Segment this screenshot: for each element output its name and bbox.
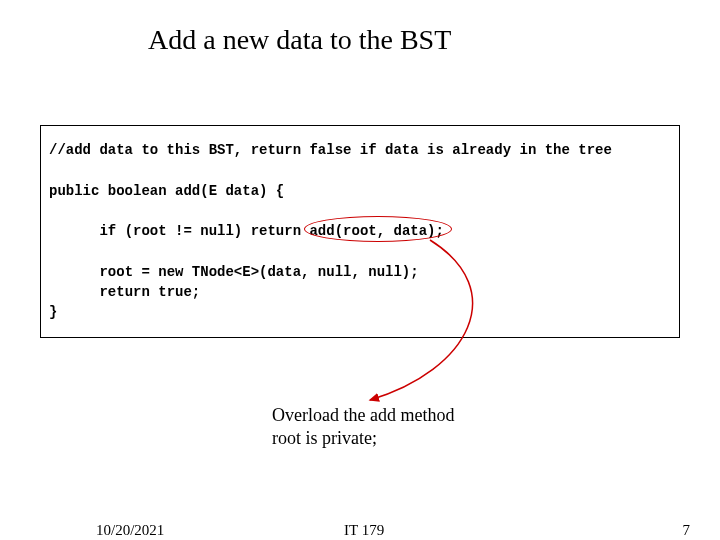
code-line-3a: if (root != null) return bbox=[99, 223, 309, 239]
footer-page-number: 7 bbox=[683, 522, 691, 539]
code-box: //add data to this BST, return false if … bbox=[40, 125, 680, 338]
code-line-5: return true; bbox=[99, 284, 200, 300]
annotation-line-1: Overload the add method bbox=[272, 404, 454, 427]
code-comment: //add data to this BST, return false if … bbox=[49, 142, 612, 158]
code-line-3b: add(root, data); bbox=[309, 221, 443, 241]
footer-course: IT 179 bbox=[344, 522, 384, 539]
slide-root: Add a new data to the BST //add data to … bbox=[0, 0, 720, 540]
code-line-2b: add(E data) { bbox=[175, 183, 284, 199]
annotation-line-2: root is private; bbox=[272, 427, 454, 450]
code-line-2a: public boolean bbox=[49, 183, 175, 199]
slide-title: Add a new data to the BST bbox=[148, 24, 451, 56]
annotation-block: Overload the add method root is private; bbox=[272, 404, 454, 449]
code-line-6: } bbox=[49, 304, 57, 320]
code-line-4: root = new TNode<E>(data, null, null); bbox=[99, 264, 418, 280]
footer-date: 10/20/2021 bbox=[96, 522, 164, 539]
